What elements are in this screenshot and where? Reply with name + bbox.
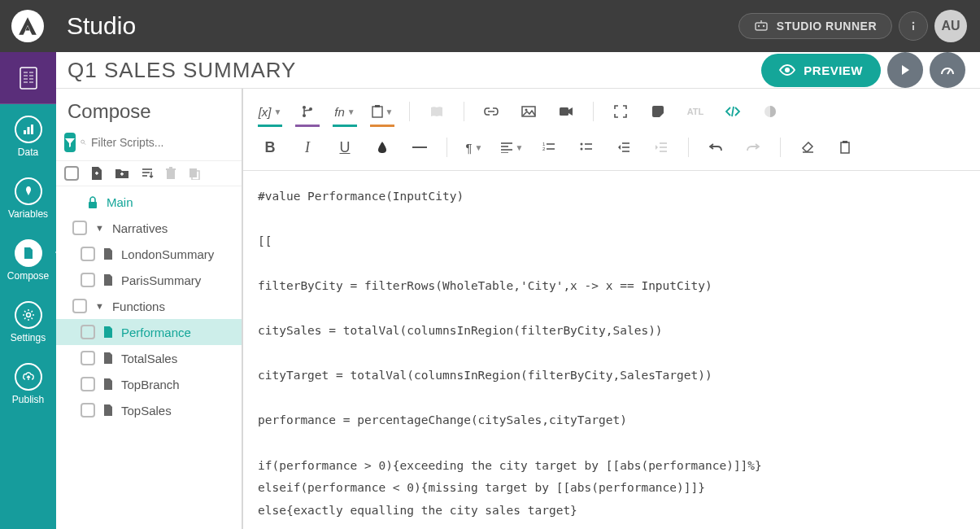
checkbox[interactable] xyxy=(81,351,95,365)
tree-group-narratives[interactable]: ▼ Narratives xyxy=(56,215,242,241)
image-button[interactable] xyxy=(513,98,544,125)
script-tree: Main ▼ Narratives LondonSummary xyxy=(56,186,242,529)
checkbox[interactable] xyxy=(81,247,95,261)
dashboard-button[interactable] xyxy=(930,52,965,88)
play-button[interactable] xyxy=(887,52,923,88)
preview-button[interactable]: PREVIEW xyxy=(761,54,881,87)
svg-point-1 xyxy=(758,25,760,27)
svg-point-2 xyxy=(763,25,764,27)
gear-icon xyxy=(22,308,35,321)
tree-item-topbranch[interactable]: TopBranch xyxy=(56,371,242,397)
cloud-upload-icon xyxy=(22,371,35,383)
svg-rect-0 xyxy=(756,23,767,30)
svg-line-22 xyxy=(84,143,85,145)
file-icon xyxy=(103,378,113,390)
tree-group-functions[interactable]: ▼ Functions xyxy=(56,293,242,319)
fullscreen-button[interactable] xyxy=(605,98,636,125)
svg-rect-67 xyxy=(843,141,847,143)
hr-button[interactable] xyxy=(404,134,435,160)
delete-button[interactable] xyxy=(165,167,176,180)
video-button[interactable] xyxy=(551,98,581,125)
avatar[interactable]: AU xyxy=(934,10,967,42)
svg-point-18 xyxy=(26,313,30,317)
new-folder-button[interactable] xyxy=(115,167,129,180)
color-button[interactable] xyxy=(367,134,398,160)
svg-rect-46 xyxy=(412,146,427,148)
title-bar: Q1 SALES SUMMARY PREVIEW xyxy=(56,52,980,89)
robot-icon xyxy=(754,20,769,32)
drop-icon xyxy=(377,141,388,154)
clipboard-button[interactable] xyxy=(830,134,860,160)
app-logo xyxy=(11,10,44,42)
studio-runner-label: STUDIO RUNNER xyxy=(777,20,877,33)
underline-button[interactable]: U xyxy=(329,134,360,160)
info-button[interactable] xyxy=(899,11,928,41)
chart-icon xyxy=(22,123,35,136)
rail-item-data[interactable]: Data xyxy=(0,104,56,166)
rail-document-button[interactable] xyxy=(0,52,56,104)
select-all-checkbox[interactable] xyxy=(64,166,79,181)
tree-item-londonsummary[interactable]: LondonSummary xyxy=(56,241,242,267)
rail-item-publish[interactable]: Publish xyxy=(0,352,56,413)
link-button[interactable] xyxy=(476,98,507,125)
rail-item-settings[interactable]: Settings xyxy=(0,290,56,352)
tree-item-label: TopBranch xyxy=(121,378,180,391)
book-button[interactable] xyxy=(421,98,452,125)
svg-rect-15 xyxy=(24,130,26,134)
filter-scripts-input[interactable] xyxy=(91,136,233,149)
tree-group-label: Functions xyxy=(112,299,165,313)
studio-runner-button[interactable]: STUDIO RUNNER xyxy=(738,13,892,39)
pin-icon xyxy=(23,186,34,197)
rail-label: Variables xyxy=(8,208,48,220)
copy-button[interactable] xyxy=(188,167,201,180)
svg-rect-43 xyxy=(560,107,568,116)
rail-item-compose[interactable]: Compose xyxy=(0,228,56,290)
rail-label: Settings xyxy=(11,332,46,343)
insert-variable-button[interactable]: [x]▼ xyxy=(255,98,285,125)
note-button[interactable] xyxy=(642,98,673,125)
atl-button[interactable]: ATL xyxy=(680,98,711,125)
checkbox[interactable] xyxy=(81,273,95,287)
rail-item-variables[interactable]: Variables xyxy=(0,166,56,228)
checkbox[interactable] xyxy=(81,377,95,391)
tree-main-label: Main xyxy=(107,195,133,209)
filter-toggle[interactable] xyxy=(64,133,76,152)
checkbox[interactable] xyxy=(72,299,87,313)
code-button[interactable] xyxy=(717,98,748,125)
redo-button[interactable] xyxy=(738,134,769,160)
italic-button[interactable]: I xyxy=(292,134,323,160)
checkbox[interactable] xyxy=(72,221,87,235)
tree-item-performance[interactable]: Performance xyxy=(56,319,242,345)
editor-pane: [x]▼ fn▼ ▼ ATL xyxy=(243,89,980,529)
tree-item-topsales[interactable]: TopSales xyxy=(56,397,242,423)
bold-button[interactable]: B xyxy=(255,134,285,160)
checkbox[interactable] xyxy=(81,403,95,418)
indent-button[interactable] xyxy=(646,134,677,160)
code-editor[interactable]: #value Performance(InputCity) [[ filterB… xyxy=(243,171,980,529)
tree-item-parissummary[interactable]: ParisSummary xyxy=(56,267,242,293)
file-icon xyxy=(103,248,113,260)
outdent-button[interactable] xyxy=(608,134,639,160)
tree-item-totalsales[interactable]: TotalSales xyxy=(56,345,242,371)
svg-rect-39 xyxy=(372,107,382,117)
contrast-button[interactable] xyxy=(755,98,786,125)
tree-main[interactable]: Main xyxy=(56,190,242,215)
info-icon xyxy=(907,20,920,33)
svg-line-20 xyxy=(947,70,950,74)
function-button[interactable]: fn▼ xyxy=(329,98,360,125)
sort-button[interactable] xyxy=(141,167,154,180)
tree-item-label: LondonSummary xyxy=(121,247,214,261)
paste-data-button[interactable]: ▼ xyxy=(367,98,398,125)
checkbox[interactable] xyxy=(81,325,95,339)
branch-button[interactable] xyxy=(292,98,323,125)
eraser-button[interactable] xyxy=(792,134,823,160)
align-button[interactable]: ▼ xyxy=(496,134,527,160)
undo-button[interactable] xyxy=(700,134,731,160)
svg-point-56 xyxy=(581,148,583,151)
paragraph-button[interactable]: ¶▼ xyxy=(459,134,490,160)
ordered-list-button[interactable]: 12 xyxy=(534,134,564,160)
editor-toolbar: [x]▼ fn▼ ▼ ATL xyxy=(243,89,980,171)
new-file-button[interactable] xyxy=(90,166,103,181)
unordered-list-button[interactable] xyxy=(571,134,602,160)
tree-item-label: TopSales xyxy=(121,404,172,418)
